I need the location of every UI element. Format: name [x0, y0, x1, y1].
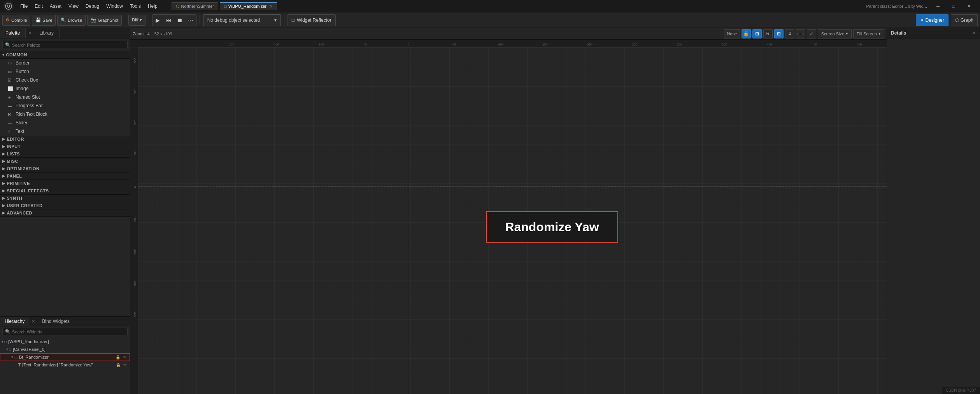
- palette-item-text[interactable]: T Text: [0, 127, 130, 136]
- section-user-created[interactable]: ▶ USER CREATED: [0, 202, 130, 209]
- collapse-button[interactable]: ⤢: [807, 29, 816, 38]
- canvas-toolbar-right: None 🔒 ⊞ R ⊞ 4 ⟷ ⤢ Screen Size ▾ Fill Sc…: [724, 29, 884, 38]
- tab-close-icon[interactable]: ✕: [270, 4, 273, 9]
- palette-item-rich-text-block[interactable]: R Rich Text Block: [0, 110, 130, 119]
- designer-button[interactable]: ✦ Designer: [916, 14, 948, 26]
- tree-item-wbpu[interactable]: ▾ □ [WBPU_Randomizer]: [0, 338, 130, 345]
- debug-object-select[interactable]: No debug object selected ▾: [203, 14, 281, 26]
- palette-item-button[interactable]: ▭ Button: [0, 67, 130, 76]
- palette-search-input[interactable]: [12, 43, 125, 47]
- hierarchy-search-box[interactable]: 🔍: [2, 328, 128, 335]
- tree-lock-icon[interactable]: 🔒: [115, 354, 121, 360]
- grid-button[interactable]: ⊞: [774, 29, 784, 38]
- details-close-icon[interactable]: ✕: [972, 30, 976, 36]
- main-layout: Palette ✕ Library 🔍 ▾ COMMON ▭ Border ▭ …: [0, 28, 980, 394]
- hierarchy-search-input[interactable]: [12, 329, 125, 334]
- lock-button[interactable]: 🔒: [742, 29, 751, 38]
- zoom-info: Zoom +4: [133, 31, 150, 36]
- menu-file[interactable]: File: [17, 3, 31, 10]
- section-synth[interactable]: ▶ SYNTH: [0, 195, 130, 202]
- border-icon: ▭: [8, 61, 13, 66]
- canvas-widget-text: Randomize Yaw: [505, 220, 599, 234]
- r-button[interactable]: R: [763, 29, 773, 38]
- menu-edit[interactable]: Edit: [32, 3, 46, 10]
- section-misc[interactable]: ▶ MISC: [0, 158, 130, 165]
- expand-button[interactable]: ⟷: [796, 29, 805, 38]
- tree-item-bt-randomizer[interactable]: ▾ ▭ Bt_Randomizer 🔒 👁: [0, 353, 130, 361]
- screen-size-button[interactable]: Screen Size ▾: [818, 29, 852, 38]
- details-title: Details: [891, 30, 906, 36]
- fill-screen-button[interactable]: Fill Screen ▾: [853, 29, 884, 38]
- title-bar: U File Edit Asset View Debug Window Tool…: [0, 0, 980, 12]
- menu-view[interactable]: View: [65, 3, 82, 10]
- none-button[interactable]: None: [724, 29, 740, 38]
- section-optimization[interactable]: ▶ OPTIMIZATION: [0, 165, 130, 173]
- toolbar: ⚙ Compile 💾 Save 🔍 Browse 📷 GraphShot Di…: [0, 12, 980, 28]
- canvas-widget-container[interactable]: Randomize Yaw: [486, 211, 618, 243]
- section-primitive-arrow: ▶: [2, 181, 5, 185]
- section-special-effects[interactable]: ▶ SPECIAL EFFECTS: [0, 187, 130, 195]
- menu-window[interactable]: Window: [103, 3, 126, 10]
- viewport-row: 200 150 100 50 0 -50 -100 -150 -200: [130, 47, 887, 394]
- num4-button[interactable]: 4: [785, 29, 794, 38]
- section-advanced[interactable]: ▶ ADVANCED: [0, 209, 130, 217]
- palette-item-named-slot[interactable]: ◈ Named Slot: [0, 93, 130, 101]
- more-play-button[interactable]: ⋯: [185, 15, 196, 26]
- svg-text:U: U: [7, 4, 10, 9]
- canvas-with-rulers: -200 -150 -100 -50 0 50 100 150 200 250 …: [130, 40, 887, 394]
- tab-hierarchy[interactable]: Hierarchy: [0, 317, 29, 326]
- tab-bind-widgets[interactable]: Bind Widgets: [37, 317, 74, 326]
- screen-size-arrow-icon: ▾: [846, 31, 848, 36]
- section-primitive[interactable]: ▶ PRIMITIVE: [0, 180, 130, 187]
- tab-library[interactable]: Library: [34, 28, 60, 38]
- palette-close-icon[interactable]: ✕: [26, 31, 34, 36]
- section-panel[interactable]: ▶ PANEL: [0, 173, 130, 180]
- canvas-widget[interactable]: Randomize Yaw: [486, 211, 618, 243]
- tree-lock-text-icon[interactable]: 🔒: [115, 362, 121, 368]
- hierarchy-close-icon[interactable]: ✕: [29, 319, 37, 324]
- step-button[interactable]: ⏭: [163, 15, 174, 26]
- menu-asset[interactable]: Asset: [47, 3, 65, 10]
- compile-button[interactable]: ⚙ Compile: [2, 15, 30, 26]
- save-button[interactable]: 💾 Save: [32, 15, 56, 26]
- palette-item-checkbox[interactable]: ☑ Check Box: [0, 76, 130, 84]
- menu-help[interactable]: Help: [145, 3, 161, 10]
- play-button[interactable]: ▶: [153, 15, 163, 26]
- palette-item-border[interactable]: ▭ Border: [0, 59, 130, 67]
- palette-item-progress-bar[interactable]: ▬ Progress Bar: [0, 101, 130, 110]
- menu-debug[interactable]: Debug: [82, 3, 102, 10]
- minimize-button[interactable]: ─: [930, 1, 946, 12]
- tree-item-text-randomizer[interactable]: ▾ T [Text_Randomizer] "Randomize Yaw" 🔒 …: [0, 361, 130, 369]
- section-common[interactable]: ▾ COMMON: [0, 51, 130, 59]
- hierarchy-tree: ▾ □ [WBPU_Randomizer] ▾ □ [CanvasPanel_0…: [0, 337, 130, 394]
- maximize-button[interactable]: □: [946, 1, 961, 12]
- tree-item-canvas[interactable]: ▾ □ [CanvasPanel_0]: [0, 345, 130, 353]
- tree-eye-icon[interactable]: 👁: [122, 354, 128, 360]
- canvas-viewport[interactable]: Randomize Yaw: [138, 47, 887, 394]
- section-editor[interactable]: ▶ EDITOR: [0, 136, 130, 143]
- section-lists[interactable]: ▶ LISTS: [0, 150, 130, 158]
- tree-icon-bt: ▭: [14, 355, 18, 359]
- browse-button[interactable]: 🔍 Browse: [57, 15, 86, 26]
- palette-item-slider[interactable]: — Slider: [0, 119, 130, 127]
- close-button[interactable]: ✕: [961, 1, 977, 12]
- tab-palette[interactable]: Palette: [0, 28, 26, 38]
- stop-button[interactable]: ⏹: [174, 15, 185, 26]
- palette-search-box[interactable]: 🔍: [2, 41, 128, 49]
- dashed-left-line: [408, 47, 408, 394]
- section-input[interactable]: ▶ INPUT: [0, 143, 130, 150]
- palette-item-image[interactable]: ⬜ Image: [0, 84, 130, 93]
- tree-arrow-canvas: ▾: [6, 347, 8, 351]
- ruler-corner: [130, 40, 138, 47]
- tree-eye-text-icon[interactable]: 👁: [122, 362, 128, 368]
- tab-wbpu-randomizer[interactable]: □ WBPU_Randomizer ✕: [220, 2, 277, 10]
- parent-class-info: Parent class: Editor Utility Wid...: [866, 4, 927, 9]
- tab-northernsummer[interactable]: ⬡ NorthernSummer: [172, 2, 218, 10]
- graph-button[interactable]: ⬡ Graph: [951, 14, 978, 26]
- tree-icon-canvas: □: [9, 347, 11, 352]
- menu-tools[interactable]: Tools: [127, 3, 144, 10]
- graphshot-button[interactable]: 📷 GraphShot: [87, 15, 122, 26]
- diff-dropdown[interactable]: Diff ▾: [128, 15, 145, 26]
- widget-reflector-button[interactable]: □ Widget Reflector: [288, 14, 336, 26]
- snap-button[interactable]: ⊞: [752, 29, 762, 38]
